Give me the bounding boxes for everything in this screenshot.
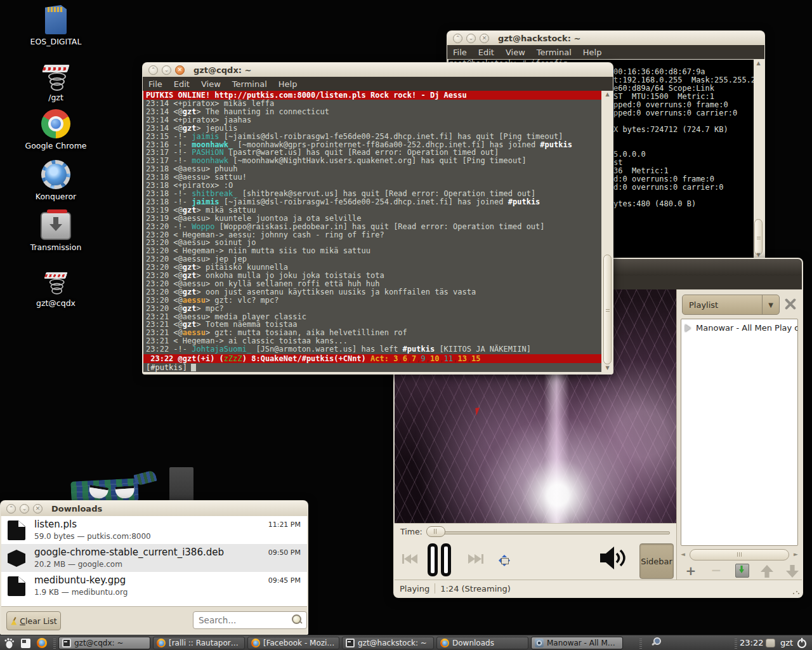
scroll-down-icon[interactable]: ▼ xyxy=(603,365,612,371)
menu-item[interactable]: Edit xyxy=(473,48,500,57)
downloads-titlebar[interactable]: ⌃ ⌄ ✕ Downloads xyxy=(1,501,308,516)
seek-track[interactable] xyxy=(428,531,670,534)
shutdown-button[interactable] xyxy=(796,637,808,649)
file-manager-launcher[interactable] xyxy=(18,637,32,649)
playlist-selector-dropdown[interactable]: Playlist ▼ xyxy=(682,295,780,315)
add-to-playlist-button[interactable]: + xyxy=(684,565,697,578)
clock-applet[interactable]: 23:22 xyxy=(740,638,763,647)
taskbar-window-button[interactable]: gzt@cqdx: ~ xyxy=(58,637,150,649)
irc-titlebar[interactable]: ⌃ ⌄ ✕ gzt@cqdx: ~ xyxy=(143,63,613,77)
volume-icon[interactable] xyxy=(599,545,629,571)
scroll-up-icon[interactable]: ▲ xyxy=(603,91,612,98)
session-applet-icon[interactable] xyxy=(766,639,775,647)
menu-item[interactable]: View xyxy=(195,79,226,89)
play-indicator-icon xyxy=(685,324,691,332)
firefox-launcher[interactable] xyxy=(35,637,49,649)
desktop-icon-gzt-drive[interactable]: /gzt xyxy=(18,63,94,102)
hackstock-titlebar[interactable]: ⌃ ⌄ ✕ gzt@hackstock: ~ xyxy=(447,31,764,45)
desktop-icon-transmission[interactable]: Transmission xyxy=(18,212,94,252)
irc-terminal-content: PUTKIS ONLINE! http://putkis.com:8000/li… xyxy=(143,91,601,372)
broom-icon xyxy=(10,617,17,625)
move-down-button[interactable] xyxy=(786,565,799,578)
close-window-button[interactable]: ✕ xyxy=(33,504,43,514)
menu-item[interactable]: File xyxy=(447,48,473,57)
save-playlist-button[interactable] xyxy=(735,564,749,578)
gnome-menu-button[interactable] xyxy=(2,637,16,649)
move-up-button[interactable] xyxy=(761,565,773,578)
scrollbar-thumb[interactable] xyxy=(754,219,763,255)
seek-row: Time: xyxy=(395,523,676,540)
scroll-right-icon[interactable]: ► xyxy=(794,551,798,557)
window-title: gzt@cqdx: ~ xyxy=(193,65,251,75)
taskbar-window-button[interactable]: [Facebook - Mozilla ... xyxy=(247,637,339,649)
desktop-icon-konqueror[interactable]: Konqueror xyxy=(18,160,94,201)
hackstock-scrollbar[interactable]: ▲ ▼ xyxy=(754,60,763,259)
taskbar-window-button[interactable]: Downloads xyxy=(436,637,528,649)
applet-handle[interactable] xyxy=(53,637,56,649)
menu-item[interactable]: File xyxy=(143,79,168,89)
sidebar-toggle-button[interactable]: Sidebar xyxy=(639,543,674,579)
file-type-icon xyxy=(8,576,25,596)
irc-statusbar: 23:22 @gzt(+i) (zZzZ) 8:QuakeNet/#putkis… xyxy=(143,354,601,363)
transmission-icon xyxy=(41,212,71,240)
gnome-foot-icon xyxy=(4,637,15,649)
close-window-button[interactable]: ✕ xyxy=(480,34,489,43)
window-icon xyxy=(157,639,166,647)
playback-state: Playing xyxy=(400,584,429,594)
taskbar-window-button[interactable]: gzt@hackstock: ~ xyxy=(342,637,434,649)
taskbar-window-button[interactable]: Manowar - All Men P... xyxy=(531,637,623,649)
search-input[interactable] xyxy=(193,611,307,629)
playlist-selector-label: Playlist xyxy=(689,300,762,310)
fullscreen-icon[interactable] xyxy=(496,552,513,569)
close-window-button[interactable]: ✕ xyxy=(175,65,185,75)
file-manager-icon xyxy=(21,639,30,648)
taskbar-window-button[interactable]: [ralli :: Rautaportti - ... xyxy=(153,637,245,649)
shade-window-button[interactable]: ⌃ xyxy=(453,34,462,43)
desktop-icon-label: EOS_DIGITAL xyxy=(18,37,94,46)
minimize-window-button[interactable]: ⌄ xyxy=(466,34,476,43)
playlist-item[interactable]: Manowar - All Men Play on 10 xyxy=(681,319,797,336)
user-switcher[interactable]: gzt xyxy=(780,638,793,647)
wallpaper-bandana-knot xyxy=(133,470,157,486)
scrollbar-thumb[interactable] xyxy=(603,255,612,364)
applet-handle[interactable] xyxy=(735,637,737,649)
seek-thumb[interactable] xyxy=(426,526,445,537)
desktop-icon-gzt-cqdx[interactable]: gzt@cqdx xyxy=(18,269,94,308)
menu-item[interactable]: Edit xyxy=(168,79,195,89)
shade-window-button[interactable]: ⌃ xyxy=(148,65,158,75)
minimize-window-button[interactable]: ⌄ xyxy=(20,504,29,514)
scroll-left-icon[interactable]: ◄ xyxy=(681,551,685,557)
resize-grip[interactable] xyxy=(792,587,801,595)
download-row[interactable]: google-chrome-stable_current_i386.deb 20… xyxy=(1,544,307,572)
scrollbar-thumb[interactable] xyxy=(690,549,789,560)
playback-time: 1:24 (Streaming) xyxy=(440,584,511,594)
sd-card-icon xyxy=(45,5,67,34)
applet-handle[interactable] xyxy=(639,637,642,649)
desktop-icon-google-chrome[interactable]: Google Chrome xyxy=(18,109,94,150)
download-row[interactable]: listen.pls 59.0 bytes — putkis.com:8000 … xyxy=(1,516,307,544)
clear-list-button[interactable]: Clear List xyxy=(6,611,61,630)
previous-track-icon[interactable] xyxy=(402,554,417,564)
menu-item[interactable]: Terminal xyxy=(531,48,577,57)
menu-item[interactable]: Help xyxy=(273,79,303,89)
minimize-window-button[interactable]: ⌄ xyxy=(162,65,171,75)
desktop-icon-label: Transmission xyxy=(18,242,94,252)
menu-item[interactable]: Help xyxy=(577,48,608,57)
menu-item[interactable]: Terminal xyxy=(226,79,273,89)
remove-from-playlist-button[interactable]: − xyxy=(710,565,723,578)
playlist-horizontal-scrollbar[interactable]: ◄ ► xyxy=(681,548,798,560)
close-playlist-icon[interactable] xyxy=(784,298,797,310)
download-filename: medibuntu-key.gpg xyxy=(34,574,126,586)
pause-button[interactable] xyxy=(428,543,459,578)
irc-scrollbar[interactable]: ▲ ▼ xyxy=(603,91,612,372)
magnifier-icon xyxy=(650,637,662,649)
shade-window-button[interactable]: ⌃ xyxy=(6,504,16,514)
desktop-icon-eos-digital[interactable]: EOS_DIGITAL xyxy=(18,5,94,46)
download-row[interactable]: medibuntu-key.gpg 1.9 KB — medibuntu.org… xyxy=(1,572,307,600)
downloads-bottom-bar: Clear List xyxy=(1,606,307,633)
next-track-icon[interactable] xyxy=(468,554,483,564)
menu-item[interactable]: View xyxy=(500,48,531,57)
tray-icon-magnifier[interactable] xyxy=(650,637,664,649)
scroll-up-icon[interactable]: ▲ xyxy=(754,60,763,67)
irc-input-line[interactable]: [#putkis] xyxy=(143,363,601,372)
